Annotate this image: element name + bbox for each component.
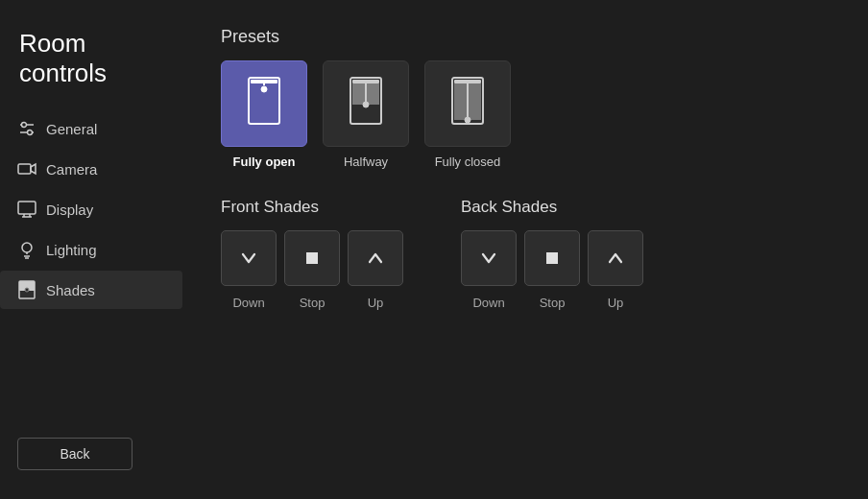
back-up-label: Up (588, 296, 643, 310)
front-up-label: Up (348, 296, 403, 310)
sidebar-item-display[interactable]: Display (0, 190, 182, 228)
svg-point-25 (363, 102, 369, 107)
preset-halfway-box[interactable] (323, 60, 409, 147)
sidebar-item-camera[interactable]: Camera (0, 150, 182, 188)
camera-icon (17, 159, 36, 178)
back-shades-stop-button[interactable] (524, 230, 580, 286)
front-shades-stop-button[interactable] (284, 230, 340, 286)
sidebar-item-shades[interactable]: Shades (0, 271, 182, 309)
front-down-label: Down (221, 296, 277, 310)
back-button[interactable]: Back (17, 438, 133, 470)
svg-rect-6 (18, 202, 36, 214)
front-shades-down-button[interactable] (221, 230, 277, 286)
preset-fully-closed-box[interactable] (424, 60, 511, 147)
svg-rect-33 (546, 252, 558, 264)
display-icon (17, 200, 36, 219)
sidebar-item-lighting[interactable]: Lighting (0, 230, 182, 269)
front-shades-labels: Down Stop Up (221, 296, 403, 310)
back-down-label: Down (461, 296, 517, 310)
sidebar-item-general-label: General (46, 121, 97, 137)
back-shades-labels: Down Stop Up (461, 296, 643, 310)
preset-fully-open-label: Fully open (233, 154, 296, 169)
front-stop-label: Stop (284, 296, 340, 310)
preset-fully-closed[interactable]: Fully closed (424, 60, 511, 169)
svg-rect-23 (352, 80, 379, 83)
preset-halfway[interactable]: Halfway (323, 60, 409, 169)
back-shades-section: Back Shades (461, 198, 643, 310)
main-content: Presets Fully open (182, 0, 868, 499)
svg-point-1 (22, 123, 27, 128)
preset-fully-open[interactable]: Fully open (221, 60, 307, 169)
svg-rect-4 (18, 164, 31, 174)
preset-halfway-label: Halfway (344, 154, 388, 169)
sidebar-item-display-label: Display (46, 202, 93, 218)
page-title: Room controls (0, 19, 182, 107)
presets-row: Fully open Halfway (221, 60, 830, 169)
front-shades-up-button[interactable] (348, 230, 403, 286)
sidebar-item-lighting-label: Lighting (46, 242, 97, 258)
sidebar: Room controls General Camera (0, 0, 182, 499)
front-shades-section: Front Shades (221, 198, 403, 310)
svg-point-17 (25, 288, 29, 292)
svg-point-30 (465, 117, 470, 123)
front-shades-title: Front Shades (221, 198, 403, 217)
preset-fully-closed-label: Fully closed (435, 154, 501, 169)
svg-rect-32 (306, 252, 318, 264)
presets-title: Presets (221, 27, 830, 47)
back-shades-up-button[interactable] (588, 230, 643, 286)
back-shades-buttons (461, 230, 643, 286)
shades-row: Front Shades (221, 198, 830, 310)
back-shades-down-button[interactable] (461, 230, 517, 286)
presets-section: Presets Fully open (221, 27, 830, 169)
back-shades-title: Back Shades (461, 198, 643, 217)
back-stop-label: Stop (524, 296, 580, 310)
front-shades-buttons (221, 230, 403, 286)
svg-point-10 (22, 243, 32, 252)
sidebar-item-camera-label: Camera (46, 161, 97, 178)
preset-fully-open-box[interactable] (221, 60, 307, 147)
svg-point-3 (28, 131, 33, 135)
svg-rect-28 (454, 80, 481, 83)
svg-point-20 (261, 86, 267, 92)
sidebar-item-general[interactable]: General (0, 109, 182, 148)
lighting-icon (17, 240, 36, 259)
sidebar-item-shades-label: Shades (46, 282, 95, 298)
shades-icon (17, 280, 36, 299)
sliders-icon (17, 119, 36, 138)
